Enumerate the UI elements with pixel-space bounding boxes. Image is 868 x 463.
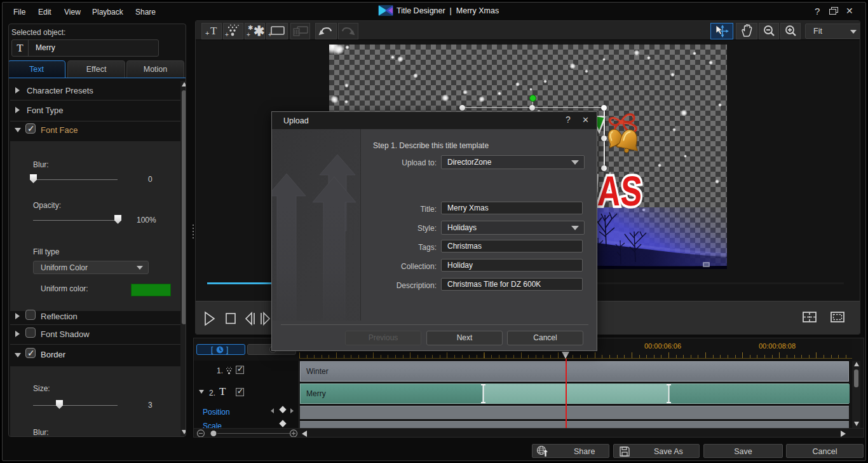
svg-text:+: + xyxy=(225,31,229,38)
svg-text:✱: ✱ xyxy=(248,24,253,31)
svg-text:✱: ✱ xyxy=(254,24,264,38)
svg-text:+: + xyxy=(247,31,250,38)
svg-text:+: + xyxy=(268,31,272,38)
